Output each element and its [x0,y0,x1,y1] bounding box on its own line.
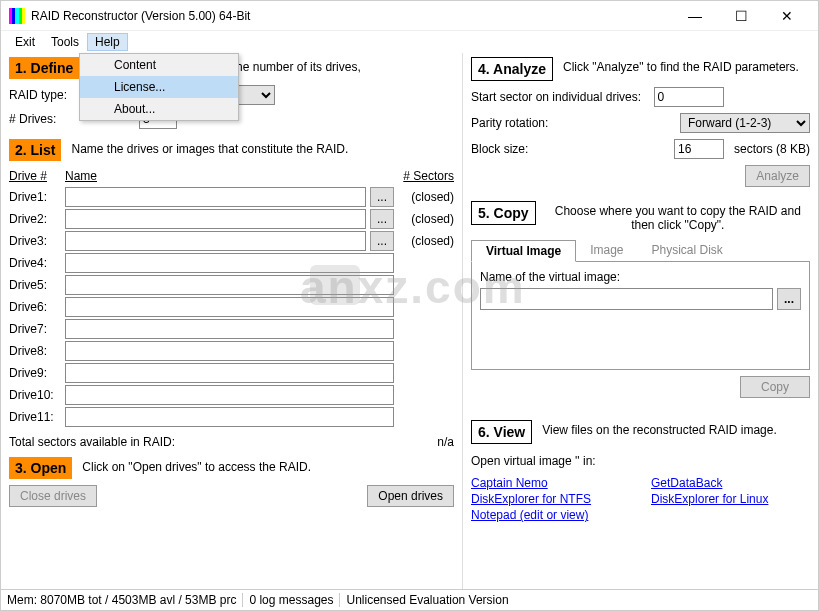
parity-select[interactable]: Forward (1-2-3) [680,113,810,133]
drive-name-input[interactable] [65,385,394,405]
close-button[interactable]: ✕ [764,1,810,31]
status-license: Unlicensed Evaluation Version [346,593,508,607]
link-captain-nemo[interactable]: Captain Nemo [471,476,591,490]
drive-row: Drive9: [9,363,454,383]
step3-text: Click on "Open drives" to access the RAI… [82,457,454,474]
total-sectors-value: n/a [437,435,454,449]
block-size-unit: sectors (8 KB) [734,142,810,156]
step1-badge: 1. Define [9,57,79,79]
link-diskexplorer-linux[interactable]: DiskExplorer for Linux [651,492,768,506]
drive-row: Drive8: [9,341,454,361]
step6-badge: 6. View [471,420,532,444]
drive-name-input[interactable] [65,341,394,361]
open-virtual-image-label: Open virtual image '' in: [471,454,810,468]
step3-badge: 3. Open [9,457,72,479]
drive-label: Drive1: [9,190,61,204]
drive-status: (closed) [398,190,454,204]
status-log: 0 log messages [249,593,333,607]
tab-virtual-image[interactable]: Virtual Image [471,240,576,262]
drive-label: Drive3: [9,234,61,248]
menu-help[interactable]: Help [87,33,128,51]
app-icon [9,8,25,24]
step6-text: View files on the reconstructed RAID ima… [542,420,810,437]
drive-row: Drive4: [9,253,454,273]
menu-license[interactable]: License... [80,76,238,98]
titlebar: RAID Reconstructor (Version 5.00) 64-Bit… [1,1,818,31]
window-title: RAID Reconstructor (Version 5.00) 64-Bit [31,9,672,23]
drive-name-input[interactable] [65,253,394,273]
drive-name-input[interactable] [65,275,394,295]
drive-name-input[interactable] [65,319,394,339]
hdr-name: Name [65,169,390,183]
virtual-image-name-label: Name of the virtual image: [480,270,801,284]
drive-row: Drive5: [9,275,454,295]
minimize-button[interactable]: — [672,1,718,31]
hdr-drive: Drive # [9,169,65,183]
drive-status: (closed) [398,234,454,248]
browse-drive-button[interactable]: ... [370,209,394,229]
step2-badge: 2. List [9,139,61,161]
drive-label: Drive5: [9,278,61,292]
hdr-sectors: # Sectors [390,169,454,183]
step4-badge: 4. Analyze [471,57,553,81]
drive-row: Drive10: [9,385,454,405]
browse-virtual-image-button[interactable]: ... [777,288,801,310]
virtual-image-name-input[interactable] [480,288,773,310]
menu-tools[interactable]: Tools [43,33,87,51]
statusbar: Mem: 8070MB tot / 4503MB avl / 53MB prc … [1,589,818,609]
link-getdataback[interactable]: GetDataBack [651,476,768,490]
drive-row: Drive1:...(closed) [9,187,454,207]
parity-label: Parity rotation: [471,116,548,130]
drive-label: Drive8: [9,344,61,358]
step5-text: Choose where you want to copy the RAID a… [546,201,810,232]
link-diskexplorer-ntfs[interactable]: DiskExplorer for NTFS [471,492,591,506]
step4-text: Click "Analyze" to find the RAID paramet… [563,57,810,74]
menu-exit[interactable]: Exit [7,33,43,51]
block-size-input[interactable] [674,139,724,159]
analyze-button[interactable]: Analyze [745,165,810,187]
drive-label: Drive6: [9,300,61,314]
drive-name-input[interactable] [65,209,366,229]
link-notepad[interactable]: Notepad (edit or view) [471,508,591,522]
browse-drive-button[interactable]: ... [370,231,394,251]
drive-row: Drive2:...(closed) [9,209,454,229]
open-drives-button[interactable]: Open drives [367,485,454,507]
drive-label: Drive7: [9,322,61,336]
start-sector-input[interactable] [654,87,724,107]
drive-name-input[interactable] [65,231,366,251]
close-drives-button[interactable]: Close drives [9,485,97,507]
maximize-button[interactable]: ☐ [718,1,764,31]
drive-row: Drive11: [9,407,454,427]
status-memory: Mem: 8070MB tot / 4503MB avl / 53MB prc [7,593,236,607]
drive-name-input[interactable] [65,297,394,317]
menu-about[interactable]: About... [80,98,238,120]
drive-label: Drive11: [9,410,61,424]
total-sectors-label: Total sectors available in RAID: [9,435,175,449]
drive-label: Drive2: [9,212,61,226]
block-size-label: Block size: [471,142,528,156]
drive-label: Drive4: [9,256,61,270]
start-sector-label: Start sector on individual drives: [471,90,641,104]
copy-button[interactable]: Copy [740,376,810,398]
tab-physical-disk[interactable]: Physical Disk [638,240,737,261]
help-dropdown: Content License... About... [79,53,239,121]
menubar: Exit Tools Help Content License... About… [1,31,818,53]
browse-drive-button[interactable]: ... [370,187,394,207]
step5-badge: 5. Copy [471,201,536,225]
drive-row: Drive7: [9,319,454,339]
drive-name-input[interactable] [65,407,394,427]
drive-name-input[interactable] [65,187,366,207]
drive-label: Drive10: [9,388,61,402]
menu-content[interactable]: Content [80,54,238,76]
drive-name-input[interactable] [65,363,394,383]
drive-row: Drive6: [9,297,454,317]
drive-label: Drive9: [9,366,61,380]
tab-image[interactable]: Image [576,240,637,261]
drive-row: Drive3:...(closed) [9,231,454,251]
step2-text: Name the drives or images that constitut… [71,139,454,156]
drive-status: (closed) [398,212,454,226]
